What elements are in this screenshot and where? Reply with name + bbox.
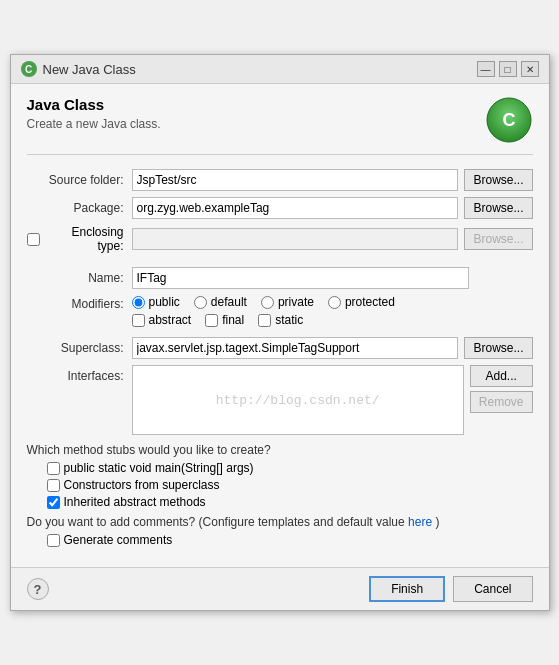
modifier-protected-text: protected <box>345 295 395 309</box>
footer-right: Finish Cancel <box>369 576 532 602</box>
dialog-content: Java Class Create a new Java class. C <box>11 84 549 567</box>
package-row: Package: Browse... <box>27 197 533 219</box>
modifier-public-label[interactable]: public <box>132 295 180 309</box>
enclosing-type-browse-button[interactable]: Browse... <box>464 228 532 250</box>
source-folder-input[interactable] <box>132 169 459 191</box>
help-button[interactable]: ? <box>27 578 49 600</box>
superclass-browse-button[interactable]: Browse... <box>464 337 532 359</box>
header-text: Java Class Create a new Java class. <box>27 96 161 131</box>
package-browse-button[interactable]: Browse... <box>464 197 532 219</box>
interfaces-watermark: http://blog.csdn.net/ <box>216 393 380 408</box>
enclosing-type-label-text: Enclosing type: <box>44 225 124 253</box>
stubs-section: Which method stubs would you like to cre… <box>27 443 533 509</box>
close-button[interactable]: ✕ <box>521 61 539 77</box>
modifier-abstract-text: abstract <box>149 313 192 327</box>
stub-constructors-checkbox[interactable] <box>47 479 60 492</box>
dialog-title: New Java Class <box>43 62 471 77</box>
modifier-private-label[interactable]: private <box>261 295 314 309</box>
comments-section: Do you want to add comments? (Configure … <box>27 515 533 547</box>
page-subtitle: Create a new Java class. <box>27 117 161 131</box>
enclosing-type-input[interactable] <box>132 228 459 250</box>
comments-options: Generate comments <box>47 533 533 547</box>
stubs-question: Which method stubs would you like to cre… <box>27 443 533 457</box>
minimize-button[interactable]: — <box>477 61 495 77</box>
modifier-static-label[interactable]: static <box>258 313 303 327</box>
superclass-row: Superclass: Browse... <box>27 337 533 359</box>
modifier-static-checkbox[interactable] <box>258 314 271 327</box>
stub-inherited-label[interactable]: Inherited abstract methods <box>47 495 533 509</box>
window-controls: — □ ✕ <box>477 61 539 77</box>
java-logo-svg: C <box>485 96 533 144</box>
modifiers-row-2: abstract final static <box>132 313 533 327</box>
name-row: Name: <box>27 267 533 289</box>
stub-inherited-checkbox[interactable] <box>47 496 60 509</box>
modifier-default-label[interactable]: default <box>194 295 247 309</box>
interfaces-listbox[interactable]: http://blog.csdn.net/ <box>132 365 464 435</box>
package-label: Package: <box>27 201 132 215</box>
modifier-protected-radio[interactable] <box>328 296 341 309</box>
modifier-final-text: final <box>222 313 244 327</box>
modifier-public-radio[interactable] <box>132 296 145 309</box>
cancel-button[interactable]: Cancel <box>453 576 532 602</box>
name-label: Name: <box>27 271 132 285</box>
interfaces-buttons: Add... Remove <box>470 365 533 413</box>
interfaces-add-button[interactable]: Add... <box>470 365 533 387</box>
modifier-static-text: static <box>275 313 303 327</box>
interfaces-remove-button[interactable]: Remove <box>470 391 533 413</box>
modifier-private-radio[interactable] <box>261 296 274 309</box>
modifiers-section: Modifiers: public default private <box>27 295 533 331</box>
stubs-options: public static void main(String[] args) C… <box>47 461 533 509</box>
generate-comments-checkbox[interactable] <box>47 534 60 547</box>
generate-comments-text: Generate comments <box>64 533 173 547</box>
enclosing-type-checkbox-container: Enclosing type: <box>27 225 132 253</box>
superclass-input[interactable] <box>132 337 459 359</box>
name-input[interactable] <box>132 267 469 289</box>
modifier-final-checkbox[interactable] <box>205 314 218 327</box>
stub-inherited-text: Inherited abstract methods <box>64 495 206 509</box>
title-bar: C New Java Class — □ ✕ <box>11 55 549 84</box>
stub-constructors-label[interactable]: Constructors from superclass <box>47 478 533 492</box>
dialog-footer: ? Finish Cancel <box>11 567 549 610</box>
modifier-protected-label[interactable]: protected <box>328 295 395 309</box>
stub-constructors-text: Constructors from superclass <box>64 478 220 492</box>
generate-comments-label[interactable]: Generate comments <box>47 533 533 547</box>
modifier-abstract-label[interactable]: abstract <box>132 313 192 327</box>
java-icon: C <box>485 96 533 144</box>
source-folder-row: Source folder: Browse... <box>27 169 533 191</box>
source-folder-label: Source folder: <box>27 173 132 187</box>
finish-button[interactable]: Finish <box>369 576 445 602</box>
modifier-default-radio[interactable] <box>194 296 207 309</box>
enclosing-type-row: Enclosing type: Browse... <box>27 225 533 253</box>
modifiers-content: public default private protected <box>132 295 533 331</box>
modifiers-row-1: public default private protected <box>132 295 533 309</box>
maximize-button[interactable]: □ <box>499 61 517 77</box>
interfaces-label: Interfaces: <box>27 365 132 383</box>
superclass-label: Superclass: <box>27 341 132 355</box>
source-folder-browse-button[interactable]: Browse... <box>464 169 532 191</box>
enclosing-type-checkbox-label[interactable]: Enclosing type: <box>27 225 124 253</box>
modifier-default-text: default <box>211 295 247 309</box>
interfaces-section: Interfaces: http://blog.csdn.net/ Add...… <box>27 365 533 435</box>
dialog-icon: C <box>21 61 37 77</box>
modifier-public-text: public <box>149 295 180 309</box>
footer-left: ? <box>27 578 49 600</box>
modifiers-label: Modifiers: <box>27 295 132 311</box>
modifier-abstract-checkbox[interactable] <box>132 314 145 327</box>
stub-main-checkbox[interactable] <box>47 462 60 475</box>
page-title: Java Class <box>27 96 161 113</box>
stub-main-label[interactable]: public static void main(String[] args) <box>47 461 533 475</box>
header-section: Java Class Create a new Java class. C <box>27 96 533 155</box>
modifier-final-label[interactable]: final <box>205 313 244 327</box>
package-input[interactable] <box>132 197 459 219</box>
comments-question: Do you want to add comments? (Configure … <box>27 515 533 529</box>
stub-main-text: public static void main(String[] args) <box>64 461 254 475</box>
comments-here-link[interactable]: here <box>408 515 432 529</box>
section-divider-1 <box>27 259 533 267</box>
svg-text:C: C <box>502 110 515 130</box>
enclosing-type-checkbox[interactable] <box>27 233 40 246</box>
new-java-class-dialog: C New Java Class — □ ✕ Java Class Create… <box>10 54 550 611</box>
modifier-private-text: private <box>278 295 314 309</box>
